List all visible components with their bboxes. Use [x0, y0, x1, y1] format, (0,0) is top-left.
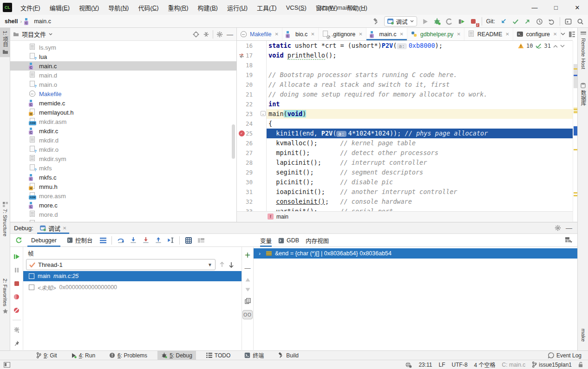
breakpoint-icon[interactable]: ✓: [239, 130, 245, 136]
gutter[interactable]: 23⌄: [237, 109, 267, 119]
pin-icon[interactable]: [13, 339, 20, 347]
gutter[interactable]: 30: [237, 177, 267, 187]
debug-session-tab[interactable]: 调试 ✕: [37, 222, 69, 234]
menu-导航[interactable]: 导航(N): [104, 0, 133, 15]
maximize-button[interactable]: □: [545, 0, 567, 15]
tree-item-Makefile[interactable]: Makefile: [10, 89, 236, 98]
resolve-context-widget[interactable]: C: main.c: [502, 362, 526, 368]
gutter[interactable]: 26: [237, 138, 267, 148]
stripe-favorites-button[interactable]: 2: Favorites: [0, 278, 10, 314]
run-config-selector[interactable]: 调试: [384, 16, 417, 26]
gutter[interactable]: 18: [237, 60, 267, 70]
toolwindow-9: Git[interactable]: 9: Git: [33, 351, 61, 360]
git-push-icon[interactable]: [523, 18, 531, 26]
gutter[interactable]: 17: [237, 51, 267, 60]
show-watches-toggle[interactable]: OO: [242, 310, 253, 319]
menu-运行[interactable]: 运行(U): [222, 0, 252, 15]
git-update-icon[interactable]: [499, 18, 507, 26]
gutter-arrows-icon[interactable]: [239, 53, 244, 58]
resolve-context-icon[interactable]: [405, 362, 412, 368]
menu-VCS[interactable]: VCS(S): [281, 0, 311, 15]
frame-row[interactable]: <未知> 0x0000000000000000: [23, 282, 242, 292]
move-up-icon[interactable]: [245, 278, 250, 282]
tab-内存视图[interactable]: 内存视图: [306, 234, 329, 247]
error-stripe-scrollbar[interactable]: [573, 41, 577, 222]
close-tab-icon[interactable]: ✕: [275, 32, 279, 37]
toolwindow-Build[interactable]: Build: [274, 351, 302, 360]
breadcrumb-file[interactable]: main.c: [34, 18, 51, 25]
debug-settings-gear-icon[interactable]: [13, 326, 20, 334]
stripe-database-button[interactable]: 数据库: [578, 83, 588, 106]
minimize-button[interactable]: —: [524, 0, 545, 15]
menu-工具[interactable]: 工具(T): [252, 0, 281, 15]
build-hammer-icon[interactable]: [372, 18, 380, 26]
gutter[interactable]: 20: [237, 80, 267, 90]
attach-to-process-button[interactable]: [457, 18, 465, 26]
tree-item-main.c[interactable]: Cmain.c: [10, 61, 236, 71]
view-breakpoints-button[interactable]: [13, 293, 20, 301]
stripe-remote-host-button[interactable]: Remote Host: [578, 32, 588, 69]
stripe-structure-button[interactable]: 7: Structure: [0, 202, 10, 236]
tab-bio.c[interactable]: Cbio.c✕: [282, 28, 319, 40]
tree-item-memide.c[interactable]: Cmemide.c: [10, 98, 236, 108]
pause-button[interactable]: [13, 266, 20, 274]
tab-configure[interactable]: >_configure✕: [513, 28, 561, 40]
tree-item-more.asm[interactable]: ASMmore.asm: [10, 191, 236, 201]
gutter[interactable]: 27: [237, 148, 267, 158]
debug-button[interactable]: [433, 18, 441, 26]
tree-item-mkfs.c[interactable]: Cmkfs.c: [10, 173, 236, 182]
rerun-button[interactable]: [15, 236, 23, 244]
tree-item-mkdir.sym[interactable]: mkdir.sym: [10, 154, 236, 163]
frame-up-icon[interactable]: [219, 262, 225, 268]
evaluate-expression-button[interactable]: [184, 236, 192, 244]
close-tab-icon[interactable]: ✕: [311, 32, 314, 37]
resume-button[interactable]: [13, 252, 20, 260]
step-out-button[interactable]: [154, 236, 162, 244]
locate-file-icon[interactable]: [192, 31, 200, 38]
git-branch-widget[interactable]: issue15plan1: [532, 362, 572, 368]
tab-console[interactable]: 控制台: [65, 236, 95, 245]
menu-代码[interactable]: 代码(C): [133, 0, 163, 15]
menu-视图[interactable]: 视图(V): [74, 0, 104, 15]
toolwindow-6: Problems[interactable]: 6: Problems: [105, 351, 151, 360]
tab-debugger[interactable]: Debugger: [27, 234, 60, 247]
tool-window-switcher-icon[interactable]: [4, 362, 10, 368]
move-down-icon[interactable]: [245, 288, 250, 292]
gear-icon[interactable]: [554, 224, 562, 232]
step-over-button[interactable]: [117, 236, 124, 244]
copy-icon[interactable]: [245, 298, 251, 304]
tree-item-mmu.h[interactable]: Hmmu.h: [10, 182, 236, 191]
search-icon[interactable]: [576, 18, 584, 26]
gutter[interactable]: 32: [237, 197, 267, 207]
menu-编辑[interactable]: 编辑(E): [45, 0, 74, 15]
inspections-widget[interactable]: 10 31: [516, 42, 566, 50]
close-tab-icon[interactable]: ✕: [505, 32, 509, 37]
code-editor[interactable]: 16static ushort *crt = (ushort*)P2V(a:0x…: [237, 41, 573, 211]
tab-GDB[interactable]: GDB: [278, 234, 299, 247]
add-watch-button[interactable]: ＋: [244, 251, 251, 258]
close-button[interactable]: ✕: [567, 0, 588, 15]
profiler-button[interactable]: [445, 18, 453, 26]
gutter[interactable]: 25✓: [237, 129, 267, 138]
gutter[interactable]: 28: [237, 158, 267, 168]
gutter[interactable]: 16: [237, 41, 267, 51]
variable-row[interactable]: › &end = {char (*)[] | 0x8036ab54} 0x803…: [254, 248, 577, 259]
tree-item-mkdir.c[interactable]: Cmkdir.c: [10, 126, 236, 136]
force-step-into-button[interactable]: [142, 236, 150, 244]
tree-item-mkdir.d[interactable]: mkdir.d: [10, 136, 236, 145]
fold-marker-icon[interactable]: ⌄: [261, 111, 266, 116]
run-button[interactable]: [421, 18, 429, 26]
hide-panel-icon[interactable]: —: [565, 224, 573, 232]
close-icon[interactable]: ✕: [63, 226, 66, 231]
frame-row[interactable]: main main.c:25: [23, 271, 242, 281]
toolwindow-4: Run[interactable]: 4: Run: [67, 351, 99, 360]
tree-item-main.o[interactable]: ?main.o: [10, 80, 236, 89]
layout-icon[interactable]: [197, 236, 205, 244]
gutter[interactable]: 29: [237, 168, 267, 177]
caret-position-widget[interactable]: 23:11: [418, 362, 432, 368]
close-tab-icon[interactable]: ✕: [553, 32, 557, 37]
history-clock-icon[interactable]: [536, 18, 543, 26]
tab-gdbhelper.py[interactable]: gdbhelper.py✕: [407, 28, 464, 40]
tree-item-ls.sym[interactable]: ls.sym: [10, 43, 236, 52]
toolwindow-5: Debug[interactable]: 5: Debug: [157, 351, 196, 360]
